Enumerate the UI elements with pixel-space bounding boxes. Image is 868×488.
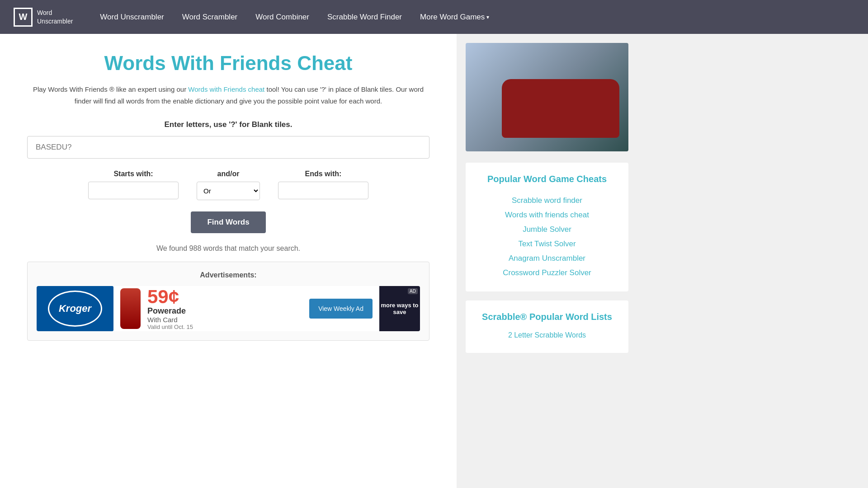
andor-group: and/or Or And — [197, 170, 260, 200]
ends-with-group: Ends with: — [278, 170, 368, 199]
view-ad-button[interactable]: View Weekly Ad — [309, 299, 373, 319]
find-words-button[interactable]: Find Words — [191, 211, 265, 233]
ad-title: Advertisements: — [37, 271, 420, 279]
nav-word-unscrambler[interactable]: Word Unscrambler — [100, 13, 164, 22]
scrabble-section-title: Scrabble® Popular Word Lists — [475, 312, 619, 322]
ad-price-block: 59¢ Powerade With Card Valid until Oct. … — [147, 287, 302, 330]
content-area: Words With Friends Cheat Play Words With… — [0, 34, 457, 488]
ad-product: Powerade — [147, 306, 302, 316]
logo-link[interactable]: W Word Unscrambler — [14, 8, 73, 27]
kroger-circle: Kroger — [48, 291, 102, 327]
ad-with-card: With Card — [147, 316, 302, 324]
sidebar-link-texttwist[interactable]: Text Twist Solver — [475, 237, 619, 251]
input-label: Enter letters, use '?' for Blank tiles. — [27, 120, 429, 129]
ad-price: 59¢ — [147, 287, 302, 306]
wwf-cheat-link[interactable]: Words with Friends cheat — [188, 85, 264, 93]
sidebar-link-anagram[interactable]: Anagram Unscrambler — [475, 251, 619, 266]
sidebar-link-scrabble[interactable]: Scrabble word finder — [475, 193, 619, 208]
sidebar-link-crossword[interactable]: Crossword Puzzler Solver — [475, 266, 619, 280]
nav-more-word-games[interactable]: More Word Games — [420, 13, 489, 22]
sidebar-link-wwf[interactable]: Words with friends cheat — [475, 208, 619, 222]
starts-with-group: Starts with: — [88, 170, 179, 199]
andor-select[interactable]: Or And — [197, 182, 260, 200]
starts-with-input[interactable] — [88, 182, 179, 199]
ends-with-label: Ends with: — [305, 170, 342, 178]
sidebar: Popular Word Game Cheats Scrabble word f… — [457, 34, 637, 488]
car-shape — [502, 79, 619, 138]
sidebar-link-2letter[interactable]: 2 Letter Scrabble Words — [475, 329, 619, 342]
page-description: Play Words With Friends ® like an expert… — [27, 84, 429, 107]
site-header: W Word Unscrambler Word Unscrambler Word… — [0, 0, 868, 34]
ad-content: Kroger 59¢ Powerade With Card Valid unti… — [37, 286, 420, 331]
sidebar-link-jumble[interactable]: Jumble Solver — [475, 222, 619, 237]
powerade-bottle — [120, 288, 141, 329]
starts-with-label: Starts with: — [113, 170, 153, 178]
popular-word-game-cheats-section: Popular Word Game Cheats Scrabble word f… — [466, 163, 628, 291]
logo-icon: W — [14, 8, 33, 27]
filter-row: Starts with: and/or Or And Ends with: — [27, 170, 429, 200]
ad-more-text: more ways to save — [379, 302, 420, 315]
page-title: Words With Friends Cheat — [27, 52, 429, 75]
kroger-logo: Kroger — [37, 286, 113, 331]
ad-more-box: AD more ways to save — [379, 286, 420, 331]
results-text: We found 988 words that match your searc… — [27, 244, 429, 253]
andor-label: and/or — [217, 170, 240, 178]
nav-word-scrambler[interactable]: Word Scrambler — [182, 13, 238, 22]
nav-scrabble-word-finder[interactable]: Scrabble Word Finder — [327, 13, 402, 22]
letters-input[interactable] — [27, 136, 429, 159]
scrabble-word-lists-section: Scrabble® Popular Word Lists 2 Letter Sc… — [466, 300, 628, 353]
main-container: Words With Friends Cheat Play Words With… — [0, 34, 868, 488]
sidebar-ad-image — [466, 43, 628, 151]
nav-word-combiner[interactable]: Word Combiner — [255, 13, 309, 22]
main-nav: Word Unscrambler Word Scrambler Word Com… — [100, 13, 489, 22]
ad-valid-date: Valid until Oct. 15 — [147, 324, 302, 330]
logo-text: Word Unscrambler — [37, 9, 73, 25]
ends-with-input[interactable] — [278, 182, 368, 199]
advertisement-box: Advertisements: Kroger 59¢ Powerade With… — [27, 262, 429, 341]
ad-badge: AD — [408, 288, 418, 294]
popular-section-title: Popular Word Game Cheats — [475, 174, 619, 184]
